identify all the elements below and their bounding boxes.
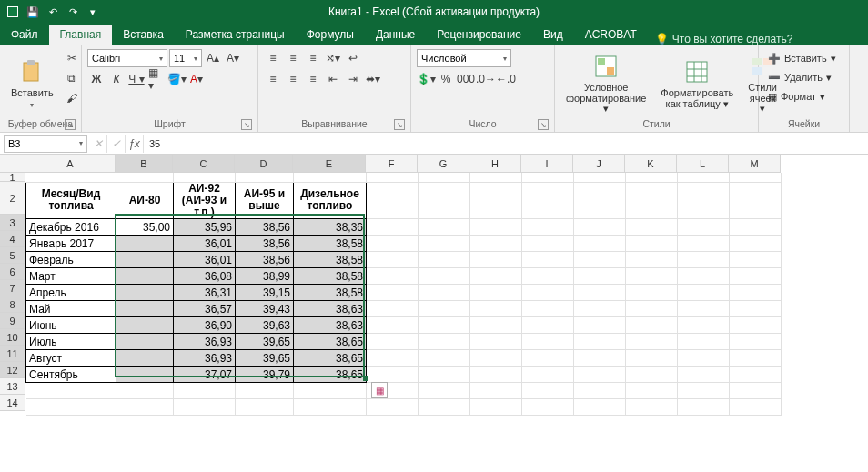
cell-E10[interactable]: 38,65 — [294, 334, 367, 350]
accounting-format-icon[interactable]: 💲▾ — [417, 70, 435, 88]
cell-C7[interactable]: 36,31 — [174, 285, 236, 301]
cell-I6[interactable] — [522, 268, 574, 285]
cell-G12[interactable] — [419, 367, 470, 383]
cell-B9[interactable] — [116, 317, 174, 334]
tell-me-search[interactable]: 💡 Что вы хотите сделать? — [655, 33, 793, 45]
underline-button[interactable]: Ч ▾ — [127, 70, 146, 88]
row-header-11[interactable]: 11 — [0, 346, 25, 362]
cell-K3[interactable] — [626, 219, 678, 236]
cell-F5[interactable] — [367, 252, 419, 268]
cell-J13[interactable] — [574, 383, 626, 399]
cell-D6[interactable]: 38,99 — [236, 268, 294, 285]
cell-L12[interactable] — [678, 367, 730, 383]
tab-page-layout[interactable]: Разметка страницы — [175, 25, 296, 45]
cell-J8[interactable] — [574, 301, 626, 317]
cell-K8[interactable] — [626, 301, 678, 317]
cell-F3[interactable] — [367, 219, 419, 236]
percent-format-icon[interactable]: % — [437, 70, 455, 88]
cell-I4[interactable] — [522, 236, 574, 252]
cell-H9[interactable] — [470, 317, 522, 334]
cell-M1[interactable] — [730, 173, 782, 182]
cell-M13[interactable] — [730, 383, 782, 399]
cell-G10[interactable] — [419, 334, 470, 350]
col-header-J[interactable]: J — [573, 155, 625, 173]
cell-J9[interactable] — [574, 317, 626, 334]
format-cells-button[interactable]: ▦Формат ▾ — [764, 87, 840, 105]
tab-formulas[interactable]: Формулы — [296, 25, 365, 45]
cell-G13[interactable] — [419, 383, 470, 399]
cell-G6[interactable] — [419, 268, 470, 285]
cell-K10[interactable] — [626, 334, 678, 350]
tab-insert[interactable]: Вставка — [112, 25, 175, 45]
cell-K6[interactable] — [626, 268, 678, 285]
row-header-1[interactable]: 1 — [0, 173, 25, 182]
cell-M12[interactable] — [730, 367, 782, 383]
cell-J7[interactable] — [574, 285, 626, 301]
col-header-L[interactable]: L — [677, 155, 729, 173]
cell-H10[interactable] — [470, 334, 522, 350]
cell-L14[interactable] — [678, 399, 730, 416]
cell-I9[interactable] — [522, 317, 574, 334]
cell-L9[interactable] — [678, 317, 730, 334]
cell-B1[interactable] — [116, 173, 174, 182]
cell-D2[interactable]: АИ-95 и выше — [236, 182, 294, 219]
cell-K1[interactable] — [626, 173, 678, 182]
cell-C4[interactable]: 36,01 — [174, 236, 236, 252]
cell-M7[interactable] — [730, 285, 782, 301]
cell-F7[interactable] — [367, 285, 419, 301]
paste-button[interactable]: Вставить ▾ — [5, 49, 59, 117]
cell-G5[interactable] — [419, 252, 470, 268]
cell-L13[interactable] — [678, 383, 730, 399]
row-header-5[interactable]: 5 — [0, 247, 25, 264]
increase-decimal-icon[interactable]: .0→ — [477, 70, 495, 88]
cell-E2[interactable]: Дизельное топливо — [294, 182, 367, 219]
cell-F8[interactable] — [367, 301, 419, 317]
insert-cells-button[interactable]: ➕Вставить ▾ — [764, 49, 840, 67]
cell-M14[interactable] — [730, 399, 782, 416]
cell-B3[interactable]: 35,00 — [116, 219, 174, 236]
cell-D7[interactable]: 39,15 — [236, 285, 294, 301]
cell-B13[interactable] — [116, 383, 174, 399]
cell-H11[interactable] — [470, 350, 522, 367]
tab-data[interactable]: Данные — [365, 25, 426, 45]
cell-K12[interactable] — [626, 367, 678, 383]
cell-K7[interactable] — [626, 285, 678, 301]
row-header-13[interactable]: 13 — [0, 378, 25, 395]
cell-G1[interactable] — [419, 173, 470, 182]
cell-H12[interactable] — [470, 367, 522, 383]
cell-D1[interactable] — [236, 173, 294, 182]
cell-A11[interactable]: Август — [26, 350, 116, 367]
cell-K14[interactable] — [626, 399, 678, 416]
decrease-font-icon[interactable]: A▾ — [224, 49, 242, 67]
row-header-8[interactable]: 8 — [0, 296, 25, 313]
increase-font-icon[interactable]: A▴ — [204, 49, 222, 67]
cell-A3[interactable]: Декабрь 2016 — [26, 219, 116, 236]
borders-button[interactable]: ▦ ▾ — [147, 70, 166, 88]
cell-G3[interactable] — [419, 219, 470, 236]
cell-D5[interactable]: 38,56 — [236, 252, 294, 268]
font-size-select[interactable]: 11▾ — [169, 49, 202, 67]
cell-J1[interactable] — [574, 173, 626, 182]
cell-A1[interactable] — [26, 173, 116, 182]
cell-G9[interactable] — [419, 317, 470, 334]
col-header-A[interactable]: A — [25, 155, 116, 173]
cell-E11[interactable]: 38,65 — [294, 350, 367, 367]
cell-K5[interactable] — [626, 252, 678, 268]
cell-B4[interactable] — [116, 236, 174, 252]
cell-D11[interactable]: 39,65 — [236, 350, 294, 367]
cell-E8[interactable]: 38,63 — [294, 301, 367, 317]
cell-M6[interactable] — [730, 268, 782, 285]
copy-button[interactable]: ⧉ — [63, 69, 81, 87]
cell-A8[interactable]: Май — [26, 301, 116, 317]
cell-I7[interactable] — [522, 285, 574, 301]
cell-I10[interactable] — [522, 334, 574, 350]
cell-J12[interactable] — [574, 367, 626, 383]
cell-F9[interactable] — [367, 317, 419, 334]
cell-L2[interactable] — [678, 182, 730, 219]
cell-M5[interactable] — [730, 252, 782, 268]
cell-H2[interactable] — [470, 182, 522, 219]
tab-file[interactable]: Файл — [0, 25, 49, 45]
cell-I14[interactable] — [522, 399, 574, 416]
cell-H8[interactable] — [470, 301, 522, 317]
qat-customize-icon[interactable]: ▾ — [86, 5, 100, 19]
